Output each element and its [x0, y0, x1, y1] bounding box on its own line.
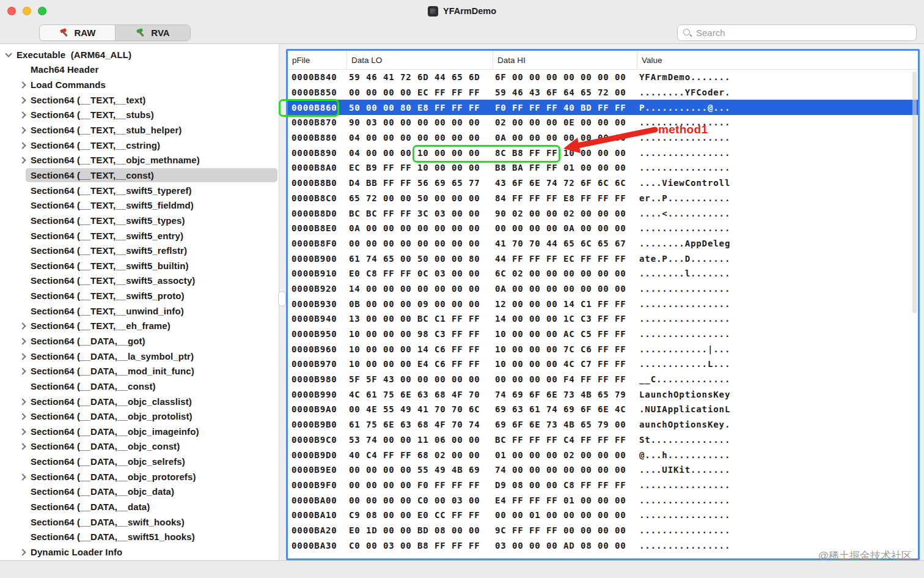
- hex-row[interactable]: 0000B900 61 74 65 00 50 00 00 80 44 FF F…: [288, 251, 918, 266]
- sidebar-item[interactable]: Section64 (__DATA,__objc_protorefs): [0, 469, 279, 484]
- disclosure-chevron-icon[interactable]: [18, 412, 27, 421]
- hex-row[interactable]: 0000B950 10 00 00 00 98 C3 FF FF 10 00 0…: [288, 327, 918, 342]
- hex-cell-data-hi: BC FF FF FF C4 FF FF FF: [495, 432, 626, 448]
- disclosure-chevron-icon[interactable]: [18, 81, 27, 89]
- sidebar-item[interactable]: Section64 (__DATA,__data): [0, 499, 279, 514]
- hex-row[interactable]: 0000B890 04 00 00 00 10 00 00 00 8C B8 F…: [288, 145, 918, 160]
- sidebar-item[interactable]: Section64 (__TEXT,__swift5_reflstr): [0, 243, 279, 258]
- hex-row[interactable]: 0000BA10 C9 08 00 00 E0 CC FF FF 00 00 0…: [288, 508, 918, 523]
- sidebar-item[interactable]: Section64 (__TEXT,__const): [0, 168, 279, 183]
- hex-row[interactable]: 0000B850 00 00 00 00 EC FF FF FF 59 46 4…: [288, 85, 918, 100]
- hex-row[interactable]: 0000B9B0 61 75 6E 63 68 4F 70 74 69 6F 6…: [288, 417, 918, 432]
- hex-row[interactable]: 0000B9C0 53 74 00 00 11 06 00 00 BC FF F…: [288, 432, 918, 448]
- vertical-scrollbar[interactable]: [912, 72, 917, 313]
- sidebar-item[interactable]: Section64 (__TEXT,__swift5_fieldmd): [0, 198, 279, 213]
- sidebar-item[interactable]: Section64 (__TEXT,__stub_helper): [0, 122, 279, 138]
- hex-row[interactable]: 0000B880 04 00 00 00 00 00 00 00 0A 00 0…: [288, 130, 918, 146]
- sidebar-item[interactable]: Section64 (__TEXT,__cstring): [0, 138, 279, 153]
- pane-splitter[interactable]: [279, 44, 286, 560]
- sidebar-item[interactable]: Section64 (__DATA,__const): [0, 379, 279, 394]
- sidebar-item[interactable]: Section64 (__TEXT,__unwind_info): [0, 303, 279, 319]
- hex-row[interactable]: 0000B9D0 40 C4 FF FF 68 02 00 00 01 00 0…: [288, 447, 918, 462]
- hex-cell-data-hi: 10 00 00 00 7C C6 FF FF: [495, 341, 626, 357]
- sidebar-item[interactable]: Section64 (__TEXT,__stubs): [0, 108, 279, 123]
- hex-row[interactable]: 0000B8D0 BC BC FF FF 3C 03 00 00 90 02 0…: [288, 206, 918, 221]
- window-title: YFArmDemo: [443, 6, 496, 16]
- sidebar-item[interactable]: Load Commands: [0, 77, 279, 92]
- hex-cell-data-hi: 84 FF FF FF E8 FF FF FF: [495, 191, 626, 206]
- hex-row[interactable]: 0000B8E0 0A 00 00 00 00 00 00 00 00 00 0…: [288, 221, 918, 236]
- hex-row[interactable]: 0000B840 59 46 41 72 6D 44 65 6D 6F 00 0…: [288, 70, 918, 85]
- sidebar-item[interactable]: Section64 (__TEXT,__objc_methname): [0, 152, 279, 168]
- hex-cell-value: ate.P...D.......: [639, 251, 730, 266]
- hex-row[interactable]: 0000B8F0 00 00 00 00 00 00 00 00 41 70 7…: [288, 236, 918, 251]
- search-input[interactable]: [696, 28, 911, 38]
- sidebar-item[interactable]: Section64 (__DATA,__objc_classlist): [0, 394, 279, 409]
- disclosure-chevron-icon[interactable]: [18, 126, 27, 135]
- disclosure-chevron-icon[interactable]: [18, 95, 27, 104]
- disclosure-chevron-icon[interactable]: [18, 156, 27, 165]
- sidebar-item[interactable]: Section64 (__TEXT,__swift5_types): [0, 213, 279, 228]
- splitter-grip[interactable]: [278, 291, 286, 306]
- sidebar-item[interactable]: Section64 (__TEXT,__text): [0, 92, 279, 108]
- sidebar-item[interactable]: Section64 (__DATA,__objc_protolist): [0, 409, 279, 424]
- hex-row[interactable]: 0000B970 10 00 00 00 E4 C6 FF FF 10 00 0…: [288, 357, 918, 372]
- sidebar-item[interactable]: Section64 (__DATA,__swift51_hooks): [0, 530, 279, 545]
- disclosure-chevron-icon[interactable]: [18, 111, 27, 119]
- sidebar-item[interactable]: Section64 (__DATA,__mod_init_func): [0, 363, 279, 379]
- sidebar-item[interactable]: Section64 (__DATA,__got): [0, 333, 279, 349]
- hex-row[interactable]: 0000B860 50 00 00 80 E8 FF FF FF F0 FF F…: [288, 100, 918, 115]
- sidebar-item[interactable]: Section64 (__TEXT,__swift5_builtin): [0, 258, 279, 273]
- sidebar-tree: Executable (ARM64_ALL) Mach64 Header Loa…: [0, 44, 279, 560]
- hex-row[interactable]: 0000B8A0 EC B9 FF FF 10 00 00 00 B8 BA F…: [288, 160, 918, 176]
- hex-cell-data-lo: 00 00 00 00 C0 00 03 00: [349, 492, 480, 508]
- disclosure-chevron-icon[interactable]: [18, 367, 27, 376]
- hex-row[interactable]: 0000B940 13 00 00 00 BC C1 FF FF 14 00 0…: [288, 311, 918, 327]
- hex-cell-value: ........YFCoder.: [639, 85, 730, 100]
- disclosure-chevron-icon[interactable]: [18, 442, 27, 451]
- sidebar-item[interactable]: Section64 (__DATA,__la_symbol_ptr): [0, 349, 279, 364]
- sidebar-item-label: Section64 (__DATA,__const): [31, 381, 156, 391]
- disclosure-chevron-icon[interactable]: [18, 336, 27, 345]
- sidebar-item[interactable]: Executable (ARM64_ALL): [0, 47, 279, 62]
- hex-cell-data-lo: 61 74 65 00 50 00 00 80: [349, 251, 480, 266]
- sidebar-item[interactable]: Section64 (__TEXT,__swift5_proto): [0, 288, 279, 303]
- sidebar-item[interactable]: Section64 (__DATA,__objc_imageinfo): [0, 424, 279, 439]
- hex-row[interactable]: 0000BA30 C0 00 03 00 B8 FF FF FF 03 00 0…: [288, 538, 918, 553]
- hex-row[interactable]: 0000B920 14 00 00 00 00 00 00 00 0A 00 0…: [288, 281, 918, 297]
- raw-button[interactable]: RAW: [40, 25, 115, 40]
- disclosure-chevron-icon[interactable]: [18, 397, 27, 406]
- sidebar-item[interactable]: Section64 (__DATA,__objc_data): [0, 484, 279, 500]
- sidebar-item[interactable]: Section64 (__TEXT,__swift5_typeref): [0, 183, 279, 198]
- hex-row[interactable]: 0000B9E0 00 00 00 00 55 49 4B 69 74 00 0…: [288, 462, 918, 478]
- sidebar-item[interactable]: Dynamic Loader Info: [0, 544, 279, 560]
- hex-row[interactable]: 0000B8B0 D4 BB FF FF 56 69 65 77 43 6F 6…: [288, 176, 918, 191]
- sidebar-item[interactable]: Section64 (__DATA,__objc_selrefs): [0, 454, 279, 469]
- disclosure-chevron-icon[interactable]: [18, 427, 27, 435]
- disclosure-chevron-icon[interactable]: [18, 141, 27, 149]
- hex-row[interactable]: 0000B8C0 65 72 00 00 50 00 00 00 84 FF F…: [288, 191, 918, 206]
- sidebar-item[interactable]: Section64 (__DATA,__swift_hooks): [0, 514, 279, 530]
- hex-row[interactable]: 0000B990 4C 61 75 6E 63 68 4F 70 74 69 6…: [288, 387, 918, 402]
- sidebar-item[interactable]: Section64 (__TEXT,__swift5_assocty): [0, 273, 279, 289]
- sidebar-item[interactable]: Section64 (__DATA,__objc_const): [0, 439, 279, 454]
- sidebar-item[interactable]: Section64 (__TEXT,__swift5_entry): [0, 228, 279, 243]
- hex-row[interactable]: 0000B9F0 00 00 00 00 F0 FF FF FF D9 08 0…: [288, 478, 918, 493]
- disclosure-chevron-icon[interactable]: [18, 547, 27, 556]
- rva-button[interactable]: RVA: [115, 25, 190, 40]
- sidebar-item-label: Section64 (__DATA,__objc_protolist): [31, 411, 193, 421]
- hex-row[interactable]: 0000BA20 E0 1D 00 00 BD 08 00 00 9C FF F…: [288, 523, 918, 538]
- disclosure-chevron-icon[interactable]: [18, 472, 27, 481]
- hex-row[interactable]: 0000BA00 00 00 00 00 C0 00 03 00 E4 FF F…: [288, 492, 918, 508]
- hex-row[interactable]: 0000B9A0 00 4E 55 49 41 70 70 6C 69 63 6…: [288, 402, 918, 417]
- hex-row[interactable]: 0000B930 0B 00 00 00 09 00 00 00 12 00 0…: [288, 296, 918, 311]
- disclosure-chevron-icon[interactable]: [18, 352, 27, 360]
- hex-row[interactable]: 0000B870 90 03 00 00 00 00 00 00 02 00 0…: [288, 115, 918, 130]
- hex-row[interactable]: 0000B910 E0 C8 FF FF 0C 03 00 00 6C 02 0…: [288, 266, 918, 281]
- sidebar-item[interactable]: Section64 (__TEXT,__eh_frame): [0, 319, 279, 334]
- hex-row[interactable]: 0000B960 10 00 00 00 14 C6 FF FF 10 00 0…: [288, 341, 918, 357]
- hex-row[interactable]: 0000B980 5F 5F 43 00 00 00 00 00 00 00 0…: [288, 372, 918, 387]
- sidebar-item[interactable]: Mach64 Header: [0, 62, 279, 78]
- disclosure-chevron-icon[interactable]: [4, 50, 13, 59]
- disclosure-chevron-icon[interactable]: [18, 322, 27, 330]
